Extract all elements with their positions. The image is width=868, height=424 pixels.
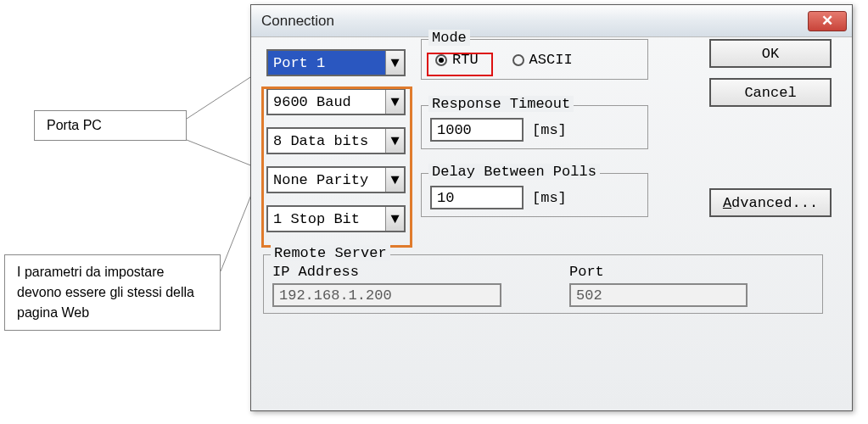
annotation-params: I parametri da impostare devono essere g… bbox=[4, 254, 221, 331]
dialog-body: Port 1 ▼ 9600 Baud ▼ 8 Data bits ▼ None … bbox=[251, 37, 852, 410]
radio-ascii-label: ASCII bbox=[529, 52, 573, 68]
advanced-button[interactable]: Advanced... bbox=[709, 188, 832, 217]
chevron-down-icon: ▼ bbox=[385, 90, 404, 114]
close-icon: ✕ bbox=[821, 12, 833, 30]
titlebar: Connection ✕ bbox=[251, 5, 852, 37]
radio-icon-unchecked bbox=[512, 54, 524, 66]
radio-icon-checked bbox=[435, 54, 447, 66]
cancel-button[interactable]: Cancel bbox=[709, 78, 832, 107]
radio-ascii[interactable]: ASCII bbox=[512, 52, 573, 68]
port-value: Port 1 bbox=[268, 51, 385, 75]
annotation-porta-pc: Porta PC bbox=[34, 110, 187, 141]
parity-select[interactable]: None Parity ▼ bbox=[266, 166, 406, 193]
connection-dialog: Connection ✕ Port 1 ▼ 9600 Baud ▼ 8 Data… bbox=[250, 4, 853, 411]
chevron-down-icon: ▼ bbox=[385, 168, 404, 192]
delay-input[interactable] bbox=[430, 186, 524, 209]
port-select[interactable]: Port 1 ▼ bbox=[266, 49, 406, 76]
ok-button[interactable]: OK bbox=[709, 39, 832, 68]
stopbit-select[interactable]: 1 Stop Bit ▼ bbox=[266, 205, 406, 232]
databits-value: 8 Data bits bbox=[268, 129, 385, 153]
cancel-label: Cancel bbox=[744, 85, 796, 101]
close-button[interactable]: ✕ bbox=[808, 11, 847, 31]
ip-label: IP Address bbox=[272, 264, 501, 280]
port-input[interactable] bbox=[569, 283, 748, 307]
chevron-down-icon: ▼ bbox=[385, 51, 404, 75]
mode-fieldset: Mode RTU ASCII bbox=[421, 39, 648, 80]
annotation-params-text: I parametri da impostare devono essere g… bbox=[17, 265, 194, 320]
baud-select[interactable]: 9600 Baud ▼ bbox=[266, 88, 406, 115]
ok-label: OK bbox=[762, 46, 779, 62]
remote-server-fieldset: Remote Server IP Address Port bbox=[263, 254, 823, 314]
remote-legend: Remote Server bbox=[271, 245, 390, 261]
delay-legend: Delay Between Polls bbox=[428, 164, 600, 180]
delay-fieldset: Delay Between Polls [ms] bbox=[421, 173, 648, 217]
dialog-title: Connection bbox=[261, 13, 334, 30]
radio-rtu[interactable]: RTU bbox=[435, 52, 479, 68]
mode-legend: Mode bbox=[428, 30, 470, 46]
chevron-down-icon: ▼ bbox=[385, 129, 404, 153]
delay-unit: [ms] bbox=[532, 190, 567, 206]
radio-rtu-label: RTU bbox=[452, 52, 479, 68]
annotation-porta-pc-text: Porta PC bbox=[47, 118, 102, 132]
port-label: Port bbox=[569, 264, 748, 280]
databits-select[interactable]: 8 Data bits ▼ bbox=[266, 127, 406, 154]
serial-settings-column: Port 1 ▼ 9600 Baud ▼ 8 Data bits ▼ None … bbox=[266, 49, 412, 244]
ip-address-input[interactable] bbox=[272, 283, 501, 307]
parity-value: None Parity bbox=[268, 168, 385, 192]
response-legend: Response Timeout bbox=[428, 96, 574, 112]
advanced-label: Advanced... bbox=[723, 195, 818, 211]
baud-value: 9600 Baud bbox=[268, 90, 385, 114]
response-unit: [ms] bbox=[532, 122, 567, 138]
chevron-down-icon: ▼ bbox=[385, 207, 404, 231]
response-timeout-input[interactable] bbox=[430, 118, 524, 142]
response-timeout-fieldset: Response Timeout [ms] bbox=[421, 105, 648, 149]
stopbit-value: 1 Stop Bit bbox=[268, 207, 385, 231]
